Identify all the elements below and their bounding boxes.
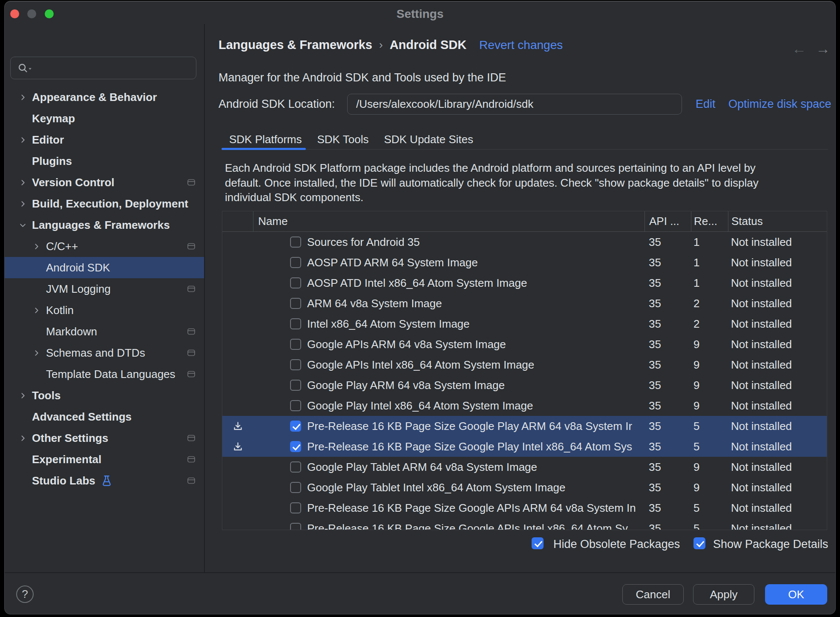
- package-name: Pre-Release 16 KB Page Size Google Play …: [307, 420, 632, 433]
- description-line: Each Android SDK Platform package includ…: [225, 161, 759, 176]
- sidebar-item-keymap[interactable]: Keymap: [5, 108, 204, 129]
- package-name: Intel x86_64 Atom System Image: [307, 317, 470, 331]
- sidebar-item-experimental[interactable]: Experimental: [5, 449, 204, 470]
- table-body: Sources for Android 35 35 1 Not installe…: [222, 232, 827, 530]
- package-status: Not installed: [728, 358, 827, 372]
- chevron-right-icon[interactable]: [18, 434, 27, 442]
- table-row[interactable]: AOSP ATD ARM 64 System Image 35 1 Not in…: [222, 252, 827, 273]
- package-checkbox[interactable]: [290, 277, 301, 288]
- table-row[interactable]: Sources for Android 35 35 1 Not installe…: [222, 232, 827, 252]
- back-arrow-icon[interactable]: ←: [792, 40, 806, 57]
- package-checkbox[interactable]: [290, 400, 301, 411]
- table-row[interactable]: AOSP ATD Intel x86_64 Atom System Image …: [222, 273, 827, 293]
- flask-icon: [101, 475, 112, 487]
- sidebar-item-label: Build, Execution, Deployment: [32, 197, 188, 210]
- column-api-level[interactable]: API ...: [644, 211, 691, 232]
- chevron-right-icon[interactable]: [18, 136, 27, 144]
- column-name[interactable]: Name: [253, 211, 644, 232]
- chevron-right-icon[interactable]: [18, 199, 27, 208]
- sidebar-item-other-settings[interactable]: Other Settings: [5, 427, 204, 449]
- sidebar-item-version-control[interactable]: Version Control: [5, 172, 204, 193]
- description-line: default. Once installed, the IDE will au…: [225, 176, 759, 190]
- table-row[interactable]: Google APIs Intel x86_64 Atom System Ima…: [222, 355, 827, 375]
- help-button[interactable]: ?: [16, 585, 34, 603]
- sidebar-item-c-c-[interactable]: C/C++: [5, 236, 204, 257]
- chevron-right-icon[interactable]: [18, 391, 27, 400]
- table-header: Name API ... Re... Status: [222, 211, 827, 232]
- column-status[interactable]: Status: [728, 211, 827, 232]
- screen-badge-icon: [187, 285, 195, 292]
- apply-button[interactable]: Apply: [693, 584, 754, 605]
- table-row[interactable]: Google Play Tablet Intel x86_64 Atom Sys…: [222, 477, 827, 498]
- sidebar-item-template-data-languages[interactable]: Template Data Languages: [5, 363, 204, 385]
- sidebar-item-appearance-behavior[interactable]: Appearance & Behavior: [5, 86, 204, 108]
- package-checkbox[interactable]: [290, 421, 301, 432]
- package-checkbox[interactable]: [290, 461, 301, 473]
- cancel-button[interactable]: Cancel: [622, 584, 684, 605]
- chevron-right-icon[interactable]: [32, 242, 40, 251]
- revert-changes-link[interactable]: Revert changes: [479, 38, 563, 52]
- sdk-location-field[interactable]: [347, 94, 682, 115]
- forward-arrow-icon[interactable]: →: [816, 40, 830, 57]
- chevron-right-icon[interactable]: [32, 349, 40, 357]
- breadcrumb-parent[interactable]: Languages & Frameworks: [219, 38, 372, 52]
- package-checkbox[interactable]: [290, 257, 301, 268]
- table-row[interactable]: Google Play ARM 64 v8a System Image 35 9…: [222, 375, 827, 395]
- sidebar-item-schemas-and-dtds[interactable]: Schemas and DTDs: [5, 342, 204, 363]
- chevron-right-icon[interactable]: [18, 221, 27, 229]
- optimize-disk-space-link[interactable]: Optimize disk space: [728, 98, 831, 111]
- ok-button[interactable]: OK: [765, 584, 827, 605]
- table-row[interactable]: Intel x86_64 Atom System Image 35 2 Not …: [222, 314, 827, 334]
- sidebar-item-studio-labs[interactable]: Studio Labs: [5, 470, 204, 491]
- hide-obsolete-checkbox[interactable]: [532, 537, 544, 549]
- package-api-level: 35: [644, 338, 691, 351]
- package-revision: 2: [691, 297, 728, 310]
- tab-sdk-platforms[interactable]: SDK Platforms: [222, 129, 310, 150]
- package-checkbox[interactable]: [290, 359, 301, 370]
- sidebar-item-jvm-logging[interactable]: JVM Logging: [5, 278, 204, 300]
- show-details-checkbox[interactable]: [693, 537, 705, 549]
- table-row[interactable]: Google Play Tablet ARM 64 v8a System Ima…: [222, 457, 827, 477]
- sidebar-item-label: Markdown: [46, 325, 97, 338]
- table-row[interactable]: ARM 64 v8a System Image 35 2 Not install…: [222, 293, 827, 314]
- edit-link[interactable]: Edit: [696, 98, 716, 111]
- table-row[interactable]: Pre-Release 16 KB Page Size Google Play …: [222, 436, 827, 457]
- column-revision[interactable]: Re...: [691, 211, 728, 232]
- sidebar-item-label: JVM Logging: [46, 283, 111, 296]
- sidebar-item-build-execution-deployment[interactable]: Build, Execution, Deployment: [5, 193, 204, 214]
- package-checkbox[interactable]: [290, 318, 301, 329]
- package-checkbox[interactable]: [290, 380, 301, 391]
- sidebar-item-android-sdk[interactable]: Android SDK: [5, 257, 204, 278]
- chevron-right-icon[interactable]: [18, 93, 27, 101]
- package-checkbox[interactable]: [290, 441, 301, 452]
- settings-sidebar: Appearance & Behavior Keymap: [5, 24, 204, 572]
- chevron-right-icon[interactable]: [32, 306, 40, 314]
- packages-table: Name API ... Re... Status Sources for An…: [222, 211, 827, 530]
- package-checkbox[interactable]: [290, 236, 301, 248]
- table-row[interactable]: Google Play Intel x86_64 Atom System Ima…: [222, 395, 827, 416]
- package-checkbox[interactable]: [290, 523, 301, 530]
- table-row[interactable]: Google APIs ARM 64 v8a System Image 35 9…: [222, 334, 827, 355]
- sidebar-item-label: Editor: [32, 133, 64, 147]
- package-checkbox[interactable]: [290, 502, 301, 513]
- package-checkbox[interactable]: [290, 339, 301, 350]
- package-checkbox[interactable]: [290, 482, 301, 493]
- sidebar-item-advanced-settings[interactable]: Advanced Settings: [5, 406, 204, 427]
- settings-search-box[interactable]: [10, 57, 196, 79]
- sidebar-item-kotlin[interactable]: Kotlin: [5, 300, 204, 321]
- package-checkbox[interactable]: [290, 298, 301, 309]
- sidebar-item-plugins[interactable]: Plugins: [5, 150, 204, 172]
- sidebar-item-markdown[interactable]: Markdown: [5, 321, 204, 342]
- sidebar-item-tools[interactable]: Tools: [5, 385, 204, 406]
- table-row[interactable]: Pre-Release 16 KB Page Size Google APIs …: [222, 498, 827, 518]
- table-row[interactable]: Pre-Release 16 KB Page Size Google APIs …: [222, 518, 827, 530]
- search-input[interactable]: [32, 61, 196, 75]
- tab-sdk-tools[interactable]: SDK Tools: [310, 129, 377, 150]
- chevron-right-icon[interactable]: [18, 178, 27, 187]
- sidebar-item-languages-frameworks[interactable]: Languages & Frameworks: [5, 214, 204, 236]
- table-row[interactable]: Pre-Release 16 KB Page Size Google Play …: [222, 416, 827, 436]
- package-name: Google Play ARM 64 v8a System Image: [307, 379, 505, 392]
- package-api-level: 35: [644, 256, 691, 269]
- sidebar-item-editor[interactable]: Editor: [5, 129, 204, 150]
- tab-sdk-update-sites[interactable]: SDK Update Sites: [376, 129, 481, 150]
